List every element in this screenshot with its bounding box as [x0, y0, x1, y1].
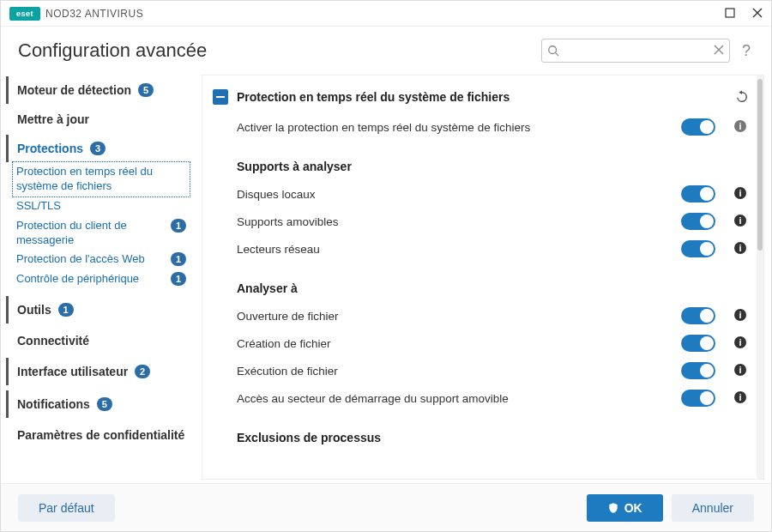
svg-text:i: i: [739, 215, 741, 226]
sidebar-item-privacy[interactable]: Paramètres de confidentialité: [6, 418, 193, 452]
toggle-local-drives[interactable]: [681, 185, 715, 203]
shield-icon: [607, 502, 619, 514]
badge: 1: [171, 219, 186, 233]
undo-icon: [734, 89, 750, 105]
badge: 1: [171, 272, 186, 286]
sidebar-item-ui[interactable]: Interface utilisateur 2: [6, 358, 193, 385]
search-box[interactable]: [541, 39, 730, 63]
sidebar-item-label: Protections: [17, 142, 83, 155]
sidebar-sub-ssl-tls[interactable]: SSL/TLS: [13, 196, 190, 216]
sidebar: Moteur de détection 5 Mettre à jour Prot…: [1, 71, 198, 483]
info-button[interactable]: i: [731, 241, 750, 257]
settings-panel-inner: Protection en temps réel du système de f…: [202, 76, 757, 479]
sidebar-item-update[interactable]: Mettre à jour: [6, 104, 193, 135]
info-icon: i: [733, 186, 747, 200]
sidebar-sublist: Protection en temps réel du système de f…: [6, 162, 193, 294]
scrollbar[interactable]: [757, 76, 763, 479]
info-button[interactable]: i: [731, 336, 750, 352]
body: Moteur de détection 5 Mettre à jour Prot…: [1, 71, 771, 483]
revert-button[interactable]: [734, 89, 750, 105]
titlebar: eset NOD32 ANTIVIRUS: [1, 1, 771, 27]
sidebar-sub-device-control[interactable]: Contrôle de périphérique 1: [13, 269, 190, 289]
badge: 1: [58, 303, 74, 317]
maximize-button[interactable]: [725, 7, 735, 21]
info-button[interactable]: i: [731, 308, 750, 324]
toggle-enable-realtime[interactable]: [681, 118, 715, 136]
info-button[interactable]: i: [731, 363, 750, 379]
close-button[interactable]: [752, 7, 763, 21]
svg-text:i: i: [739, 121, 741, 131]
badge: 5: [138, 83, 154, 97]
sidebar-item-connectivity[interactable]: Connectivité: [6, 323, 193, 358]
toggle-removable-media[interactable]: [681, 213, 715, 230]
page-title: Configuration avancée: [18, 39, 207, 62]
app-window: eset NOD32 ANTIVIRUS Configuration avanc…: [0, 0, 772, 532]
window-controls: [725, 7, 763, 21]
sidebar-sub-label: Protection du client de messagerie: [16, 219, 166, 248]
info-button[interactable]: i: [731, 214, 750, 230]
info-button[interactable]: i: [731, 119, 750, 136]
sidebar-item-label: Connectivité: [17, 334, 89, 348]
sidebar-sub-label: Protection de l'accès Web: [16, 252, 166, 267]
svg-line-2: [556, 53, 559, 57]
info-icon: i: [733, 363, 747, 377]
sidebar-item-label: Notifications: [17, 397, 90, 411]
info-icon: i: [733, 119, 747, 133]
sidebar-item-notifications[interactable]: Notifications 5: [6, 390, 193, 418]
sidebar-sub-label: Protection en temps réel du système de f…: [16, 165, 186, 194]
sidebar-group-protections: Protections 3 Protection en temps réel d…: [6, 135, 193, 294]
svg-text:i: i: [739, 365, 741, 375]
toggle-network-drives[interactable]: [681, 240, 715, 257]
toggle-file-create[interactable]: [681, 335, 715, 352]
setting-row-file-create: Création de fichier i: [213, 329, 750, 357]
svg-rect-0: [726, 9, 734, 17]
setting-row-boot-sector: Accès au secteur de démarrage du support…: [213, 384, 750, 412]
collapse-button[interactable]: [213, 89, 228, 105]
ok-button[interactable]: OK: [587, 494, 663, 522]
sidebar-sub-mail-client[interactable]: Protection du client de messagerie 1: [13, 216, 190, 251]
info-button[interactable]: i: [731, 186, 750, 203]
sidebar-item-label: Outils: [17, 303, 51, 317]
sidebar-item-tools[interactable]: Outils 1: [6, 296, 193, 323]
info-icon: i: [733, 241, 747, 255]
search-icon: [547, 45, 559, 57]
setting-label: Accès au secteur de démarrage du support…: [237, 392, 681, 405]
brand-logo: eset: [9, 7, 40, 21]
sidebar-item-label: Moteur de détection: [17, 83, 131, 97]
search-input[interactable]: [559, 44, 714, 58]
ok-label: OK: [624, 501, 642, 515]
badge: 2: [135, 365, 150, 378]
svg-text:i: i: [739, 243, 741, 253]
svg-point-1: [549, 46, 557, 54]
main: Protection en temps réel du système de f…: [198, 71, 764, 483]
setting-row-network-drives: Lecteurs réseau i: [213, 235, 750, 263]
clear-search-icon[interactable]: [714, 44, 724, 57]
setting-label: Disques locaux: [237, 188, 681, 201]
toggle-file-exec[interactable]: [681, 362, 715, 379]
setting-label: Activer la protection en temps réel du s…: [237, 121, 681, 134]
toggle-boot-sector[interactable]: [681, 390, 715, 407]
sidebar-item-detection-engine[interactable]: Moteur de détection 5: [6, 76, 193, 104]
scrollbar-thumb[interactable]: [757, 79, 763, 251]
info-icon: i: [733, 308, 747, 322]
badge: 1: [171, 252, 186, 266]
badge: 3: [90, 142, 106, 155]
toggle-file-open[interactable]: [681, 307, 715, 324]
default-button[interactable]: Par défaut: [18, 494, 115, 522]
brand: eset NOD32 ANTIVIRUS: [9, 7, 143, 21]
setting-label: Création de fichier: [237, 337, 681, 350]
help-button[interactable]: ?: [739, 42, 754, 60]
svg-text:i: i: [739, 337, 741, 348]
setting-row-file-open: Ouverture de fichier i: [213, 302, 750, 329]
cancel-button[interactable]: Annuler: [672, 494, 754, 522]
badge: 5: [97, 397, 112, 411]
setting-label: Ouverture de fichier: [237, 310, 681, 323]
info-icon: i: [733, 336, 747, 349]
sidebar-sub-realtime-protection[interactable]: Protection en temps réel du système de f…: [13, 162, 190, 196]
sidebar-item-label: Paramètres de confidentialité: [17, 428, 184, 442]
sidebar-item-protections[interactable]: Protections 3: [6, 135, 193, 162]
subheading-media-to-scan: Supports à analyser: [213, 141, 750, 180]
settings-panel: Protection en temps réel du système de f…: [202, 75, 764, 480]
sidebar-sub-web-access[interactable]: Protection de l'accès Web 1: [13, 250, 190, 269]
info-button[interactable]: i: [731, 390, 750, 407]
